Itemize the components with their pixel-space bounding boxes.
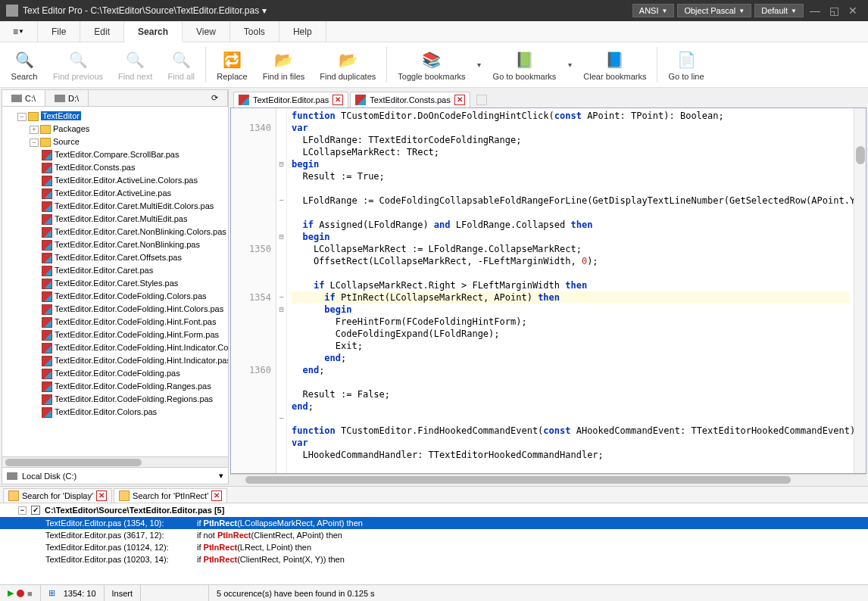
collapse-icon[interactable]: − (30, 139, 39, 147)
tree-file-item[interactable]: TextEditor.Editor.Caret.Styles.pas (42, 277, 225, 290)
tree-file-item[interactable]: TextEditor.Compare.ScrollBar.pas (42, 148, 225, 161)
code-line[interactable] (292, 413, 849, 425)
tree-file-item[interactable]: TextEditor.Editor.CodeFolding.Hint.Color… (42, 303, 225, 316)
refresh-button[interactable]: ⟳ (202, 90, 228, 106)
code-line[interactable]: Exit; (292, 340, 849, 352)
app-menu-button[interactable]: ≡ ▼ (0, 21, 38, 42)
code-line[interactable]: end; (292, 352, 849, 364)
go-to-bookmarks-button[interactable]: 📗Go to bookmarks (486, 44, 564, 86)
code-line[interactable]: if LCollapseMarkRect.Right > FLeftMargin… (292, 279, 849, 291)
language-combo[interactable]: Object Pascal▼ (677, 4, 751, 17)
record-icon[interactable] (17, 590, 24, 597)
code-line[interactable]: LFoldRange := CodeFoldingCollapsableFold… (292, 195, 849, 207)
tree-folder-root[interactable]: −TextEditor +Packages −Source TextEditor… (17, 110, 225, 419)
code-line[interactable] (292, 376, 849, 388)
tree-file-item[interactable]: TextEditor.Editor.ActiveLine.pas (42, 187, 225, 200)
tree-file-item[interactable]: TextEditor.Editor.Caret.MultiEdit.Colors… (42, 200, 225, 213)
encoding-combo[interactable]: ANSI▼ (632, 4, 675, 17)
code-line[interactable]: LCollapseMarkRect: TRect; (292, 146, 849, 158)
code-content[interactable]: function TCustomEditor.DoOnCodeFoldingHi… (287, 108, 854, 473)
editor-horizontal-scrollbar[interactable] (230, 474, 866, 484)
code-line[interactable]: FreeHintForm(FCodeFoldingHintForm); (292, 316, 849, 328)
go-to-line-button[interactable]: 📄Go to line (660, 44, 711, 86)
code-line[interactable]: CodeFoldingExpand(LFoldRange); (292, 328, 849, 340)
menu-tab-help[interactable]: Help (279, 21, 326, 42)
fold-gutter[interactable]: ⊟ − ⊟ −⊟ − (276, 108, 287, 473)
collapse-icon[interactable]: − (17, 113, 27, 121)
menu-tab-file[interactable]: File (38, 21, 80, 42)
editor-tab[interactable]: TextEditor.Editor.pas✕ (233, 92, 348, 107)
menu-tab-search[interactable]: Search (124, 22, 183, 42)
tree-folder[interactable]: −Source TextEditor.Compare.ScrollBar.pas… (30, 135, 225, 419)
expand-icon[interactable]: + (30, 126, 39, 134)
editor-tab[interactable]: TextEditor.Consts.pas✕ (350, 92, 470, 107)
toggle-bookmarks-button[interactable]: 📚Toggle bookmarks (390, 44, 473, 86)
code-line[interactable]: begin (292, 158, 849, 170)
minimize-button[interactable]: — (805, 5, 825, 17)
code-line[interactable]: LHookedCommandHandler: TTextEditorHooked… (292, 449, 849, 461)
insert-mode[interactable]: Insert (105, 585, 142, 601)
search-result-row[interactable]: TextEditor.Editor.pas (10124, 12):if PtI… (0, 541, 868, 553)
tree-file-item[interactable]: TextEditor.Editor.Caret.NonBlinking.Colo… (42, 226, 225, 238)
menu-tab-tools[interactable]: Tools (230, 21, 279, 42)
close-button[interactable]: ✕ (844, 5, 862, 17)
tree-file-item[interactable]: TextEditor.Consts.pas (42, 161, 225, 174)
tree-file-item[interactable]: TextEditor.Editor.CodeFolding.Hint.Font.… (42, 316, 225, 329)
search-result-row[interactable]: TextEditor.Editor.pas (10203, 14):if PtI… (0, 553, 868, 565)
tree-file-item[interactable]: TextEditor.Editor.Caret.pas (42, 264, 225, 277)
tree-file-item[interactable]: TextEditor.Editor.ActiveLine.Colors.pas (42, 174, 225, 187)
replace-button[interactable]: 🔁Replace (209, 44, 254, 86)
code-line[interactable]: LCollapseMarkRect := LFoldRange.Collapse… (292, 243, 849, 255)
dropdown-arrow-icon[interactable]: ▾ (473, 44, 486, 86)
close-tab-icon[interactable]: ✕ (211, 490, 222, 501)
clear-bookmarks-button[interactable]: 📘Clear bookmarks (576, 44, 654, 86)
find-duplicates-button[interactable]: 📂Find duplicates (312, 44, 383, 86)
search-result-file-header[interactable]: − ✓ C:\TextEditor\Source\TextEditor.Edit… (0, 503, 868, 517)
close-tab-icon[interactable]: ✕ (454, 95, 465, 105)
file-tree[interactable]: −TextEditor +Packages −Source TextEditor… (2, 107, 228, 456)
code-line[interactable]: if Assigned(LFoldRange) and LFoldRange.C… (292, 219, 849, 231)
drive-tab[interactable]: C:\ (2, 90, 45, 106)
code-line[interactable]: LFoldRange: TTextEditorCodeFoldingRange; (292, 134, 849, 146)
code-line[interactable]: end; (292, 400, 849, 413)
drive-tab[interactable]: D:\ (45, 90, 89, 106)
profile-combo[interactable]: Default▼ (754, 4, 804, 17)
code-line[interactable]: end; (292, 364, 849, 376)
code-line[interactable]: Result := False; (292, 388, 849, 400)
tree-file-item[interactable]: TextEditor.Editor.Caret.Offsets.pas (42, 251, 225, 264)
code-line[interactable]: OffsetRect(LCollapseMarkRect, -FLeftMarg… (292, 255, 849, 267)
checkbox-icon[interactable]: ✓ (31, 506, 40, 515)
dropdown-arrow-icon[interactable]: ▾ (564, 44, 576, 86)
tree-folder[interactable]: +Packages (30, 123, 225, 135)
search-button[interactable]: 🔍Search (3, 44, 45, 86)
code-line[interactable]: var (292, 437, 849, 449)
code-line[interactable]: if PtInRect(LCollapseMarkRect, APoint) t… (292, 291, 849, 304)
tree-file-item[interactable]: TextEditor.Editor.CodeFolding.Hint.Indic… (42, 354, 225, 367)
tree-file-item[interactable]: TextEditor.Editor.CodeFolding.pas (42, 367, 225, 380)
find-in-files-button[interactable]: 📂Find in files (255, 44, 313, 86)
code-line[interactable]: begin (292, 304, 849, 316)
code-line[interactable] (292, 267, 849, 279)
new-tab-button[interactable] (472, 92, 492, 107)
code-line[interactable]: function TCustomEditor.DoOnCodeFoldingHi… (292, 110, 849, 122)
macro-record-controls[interactable]: ▶ ■ (0, 585, 41, 601)
search-results-list[interactable]: − ✓ C:\TextEditor\Source\TextEditor.Edit… (0, 503, 868, 584)
tree-file-item[interactable]: TextEditor.Editor.CodeFolding.Colors.pas (42, 290, 225, 303)
code-line[interactable] (292, 207, 849, 219)
search-result-row[interactable]: TextEditor.Editor.pas (3617, 12):if not … (0, 529, 868, 541)
search-tab[interactable]: Search for 'PtInRect'✕ (114, 488, 227, 503)
code-editor[interactable]: 1340 1350 1354 1360 ⊟ − ⊟ −⊟ − function … (230, 107, 866, 474)
drive-select-combo[interactable]: Local Disk (C:) ▾ (2, 467, 228, 484)
editor-vertical-scrollbar[interactable] (854, 108, 866, 473)
close-tab-icon[interactable]: ✕ (333, 95, 343, 105)
menu-tab-edit[interactable]: Edit (80, 21, 124, 42)
tree-file-item[interactable]: TextEditor.Editor.Colors.pas (42, 406, 225, 419)
code-line[interactable]: function TCustomEditor.FindHookedCommand… (292, 425, 849, 437)
close-tab-icon[interactable]: ✕ (96, 490, 107, 501)
tree-file-item[interactable]: TextEditor.Editor.CodeFolding.Hint.Indic… (42, 341, 225, 354)
tree-file-item[interactable]: TextEditor.Editor.Caret.MultiEdit.pas (42, 213, 225, 226)
search-tab[interactable]: Search for 'Display'✕ (3, 488, 112, 503)
tree-file-item[interactable]: TextEditor.Editor.CodeFolding.Ranges.pas (42, 380, 225, 393)
collapse-icon[interactable]: − (18, 506, 27, 515)
code-line[interactable]: Result := True; (292, 170, 849, 182)
